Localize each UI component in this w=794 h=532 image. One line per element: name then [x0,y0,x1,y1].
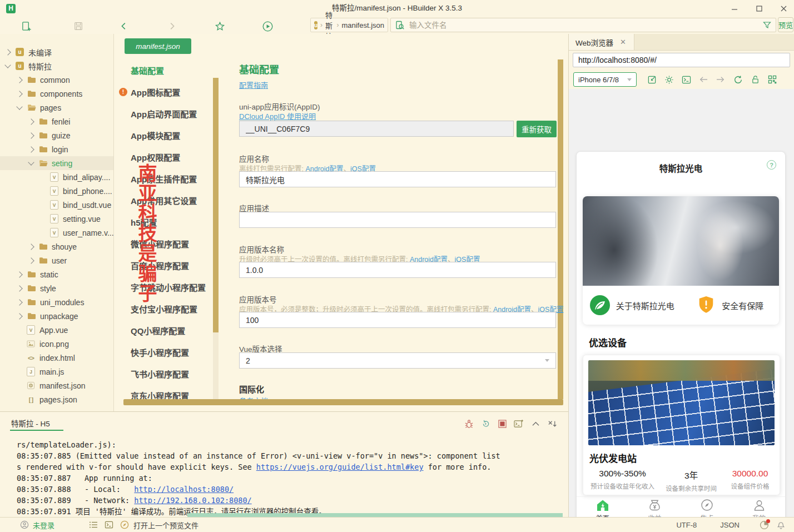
app-desc-input[interactable] [239,212,556,228]
product-card[interactable]: 光伏发电站 300%-350% 预计设备收益年化收入 3年 设备剩余共享时间 3… [583,355,780,495]
tree-item[interactable]: V setting.vue [0,212,113,226]
vue-version-select[interactable]: 2 [239,352,556,369]
browser-globe-icon[interactable] [120,520,129,529]
tree-item[interactable]: icon.png [0,337,113,351]
maximize-button[interactable] [751,0,767,17]
manifest-nav-item[interactable]: 基础配置 [114,59,213,81]
close-console-icon[interactable] [544,418,560,429]
qr-code-icon[interactable] [764,75,781,84]
filter-funnel-icon[interactable] [763,21,771,29]
tree-expander-icon[interactable] [4,49,11,55]
lock-icon[interactable] [747,75,763,84]
form-scrollbar-thumb[interactable] [558,59,563,399]
filetype-indicator[interactable]: JSON [720,521,740,529]
tree-item[interactable]: components [0,87,113,101]
bell-icon[interactable] [777,520,785,529]
new-terminal-icon[interactable] [510,418,527,429]
hero-card[interactable]: 关于特斯拉光电 安全有保障 [583,196,779,325]
console-link[interactable]: http://192.168.0.102:8080/ [134,496,251,505]
tree-expander-icon[interactable] [16,313,22,319]
tree-expander-icon[interactable] [16,91,22,97]
nav-scrollbar-track[interactable] [213,78,219,399]
tree-item[interactable]: u 特斯拉 [0,59,113,73]
navigate-forward-icon[interactable] [166,20,178,32]
account-icon[interactable] [20,520,29,529]
tree-expander-icon[interactable] [28,257,34,263]
save-icon[interactable] [72,20,85,32]
help-icon[interactable]: ? [767,160,776,170]
minimize-button[interactable] [726,0,743,17]
sync-status-icon[interactable] [760,520,769,530]
manifest-nav-item[interactable]: 快手小程序配置 [114,341,213,363]
tree-item[interactable]: unpackage [0,309,113,323]
tab-web-browser[interactable]: Web浏览器 ✕ [569,34,634,50]
tree-item[interactable]: common [0,73,113,87]
breadcrumb-file[interactable]: manifest.json [341,21,384,29]
debug-bug-icon[interactable] [460,418,477,429]
stop-icon[interactable] [494,418,510,429]
tree-item[interactable]: uni_modules [0,295,113,309]
manifest-nav-item[interactable]: 百度小程序配置 [114,255,213,276]
appid-input[interactable] [239,121,514,137]
console-link[interactable]: https://vuejs.org/guide/list.html#key [256,463,424,471]
tree-item[interactable]: V user_name.v... [0,226,113,240]
manifest-nav-item[interactable]: App启动界面配置 [114,103,213,125]
tree-expander-icon[interactable] [16,285,22,291]
manifest-nav-item[interactable]: App原生插件配置 [114,168,213,190]
tree-item[interactable]: V App.vue [0,323,113,337]
nav-scrollbar-thumb[interactable] [213,78,219,332]
close-button[interactable] [775,0,792,17]
manifest-nav-item[interactable]: 字节跳动小程序配置 [114,276,213,298]
tree-item[interactable]: <> index.html [0,351,113,365]
tree-item[interactable]: V bind_alipay.... [0,170,113,184]
refresh-icon[interactable] [730,75,746,84]
history-forward-icon[interactable] [712,76,729,83]
manifest-nav-item[interactable]: 微信小程序配置 [114,233,213,255]
tree-expander-icon[interactable] [28,159,34,165]
tree-expander-icon[interactable] [16,271,22,277]
manifest-nav-item[interactable]: QQ小程序配置 [114,320,213,341]
manifest-nav-item[interactable]: h5配置 [114,211,213,233]
restart-icon[interactable] [477,418,494,429]
tree-expander-icon[interactable] [28,118,34,125]
tree-expander-icon[interactable] [16,103,22,110]
tree-item[interactable]: guize [0,128,113,142]
tree-item[interactable]: static [0,267,113,281]
editor-tab-manifest[interactable]: manifest.json [125,38,191,54]
tree-expander-icon[interactable] [28,243,34,250]
console-selection-bar[interactable] [187,513,563,517]
feature-item[interactable]: 关于特斯拉光电 [583,295,681,316]
collapse-panel-icon[interactable] [527,418,544,429]
tree-item[interactable]: shouye [0,240,113,253]
tree-item[interactable]: V bind_phone.... [0,184,113,198]
console-tab[interactable]: 特斯拉 - H5 [11,417,50,429]
tree-expander-icon[interactable] [4,62,11,68]
tree-item[interactable]: manifest.json [0,379,113,392]
search-input[interactable] [408,21,763,30]
manifest-nav-item[interactable]: ! App图标配置 [114,81,213,103]
tree-expander-icon[interactable] [28,146,34,152]
tree-expander-icon[interactable] [16,299,22,305]
url-input[interactable] [573,53,790,67]
new-file-icon[interactable] [20,20,32,32]
tree-expander-icon[interactable] [28,132,34,138]
tree-item[interactable]: user [0,253,113,267]
config-guide-link[interactable]: 配置指南 [239,81,268,90]
feature-item[interactable]: 安全有保障 [681,295,780,316]
terminal-icon[interactable] [105,521,113,529]
hero-banner-image[interactable] [583,196,779,286]
open-in-new-window-icon[interactable] [643,75,660,84]
tree-item[interactable]: pages [0,101,113,115]
manifest-nav-item[interactable]: 支付宝小程序配置 [114,298,213,320]
tree-item[interactable]: J main.js [0,365,113,379]
device-select[interactable]: iPhone 6/7/8 [573,72,637,87]
settings-gear-icon[interactable] [661,75,677,84]
tree-item[interactable]: [ ] pages.json [0,392,113,406]
tree-item[interactable]: seting [0,156,113,170]
product-image[interactable] [588,360,775,445]
tree-item[interactable]: fenlei [0,115,113,128]
terminal-icon[interactable] [678,76,694,84]
open-last-preview[interactable]: 打开上一个预览文件 [133,520,198,530]
tree-item[interactable]: V bind_usdt.vue [0,198,113,212]
navigate-back-icon[interactable] [118,20,130,32]
